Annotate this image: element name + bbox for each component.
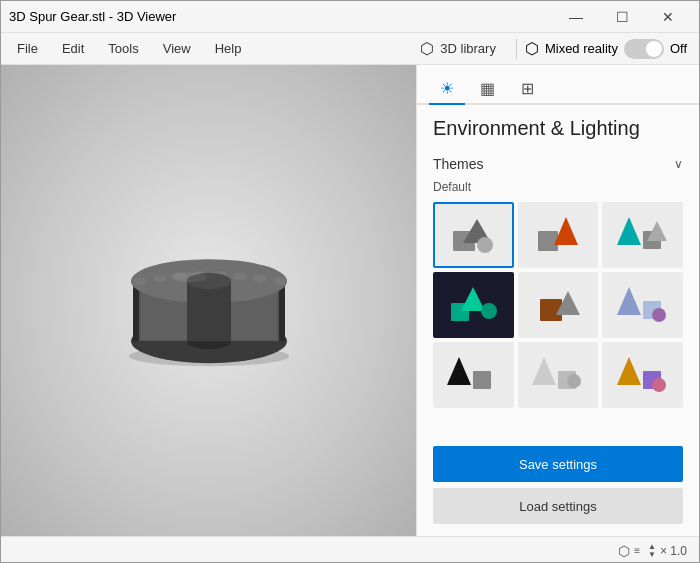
zoom-arrows[interactable]: ▲ ▼ (648, 543, 656, 559)
properties-icon: ▦ (480, 79, 495, 98)
minimize-button[interactable]: — (553, 1, 599, 33)
3d-viewport[interactable] (1, 65, 416, 536)
svg-point-25 (171, 272, 207, 282)
svg-rect-29 (538, 231, 558, 251)
grid-icon: ⊞ (521, 79, 534, 98)
theme-cell-2[interactable] (602, 202, 683, 268)
zoom-level: × 1.0 (660, 544, 687, 558)
theme-preview-7 (530, 351, 586, 399)
svg-point-20 (274, 277, 286, 285)
svg-point-49 (652, 378, 666, 392)
theme-preview-4 (530, 281, 586, 329)
titlebar: 3D Spur Gear.stl - 3D Viewer — ☐ ✕ (1, 1, 699, 33)
zoom-down-arrow[interactable]: ▼ (648, 551, 656, 559)
menu-help[interactable]: Help (203, 37, 254, 60)
theme-preview-3 (445, 281, 501, 329)
close-button[interactable]: ✕ (645, 1, 691, 33)
svg-point-28 (477, 237, 493, 253)
panel-content: Environment & Lighting Themes ∨ Default (417, 105, 699, 446)
statusbar: ⬡ ≡ ▲ ▼ × 1.0 (1, 536, 699, 563)
titlebar-controls: — ☐ ✕ (553, 1, 691, 33)
panel-title: Environment & Lighting (433, 117, 683, 140)
svg-point-18 (233, 272, 247, 280)
tab-grid[interactable]: ⊞ (509, 73, 545, 105)
theme-preview-8 (615, 351, 671, 399)
svg-point-46 (567, 374, 581, 388)
theme-cell-8[interactable] (602, 342, 683, 408)
theme-cell-6[interactable] (433, 342, 514, 408)
theme-cell-5[interactable] (602, 272, 683, 338)
menu-edit[interactable]: Edit (50, 37, 96, 60)
svg-point-36 (481, 303, 497, 319)
toggle-state-label: Off (670, 41, 687, 56)
theme-preview-5 (615, 281, 671, 329)
svg-point-41 (652, 308, 666, 322)
panel-buttons: Save settings Load settings (417, 446, 699, 536)
statusbar-zoom-controls[interactable]: ▲ ▼ × 1.0 (648, 543, 687, 559)
svg-marker-42 (447, 357, 471, 385)
sun-icon: ☀ (440, 79, 454, 98)
menu-tools[interactable]: Tools (96, 37, 150, 60)
panel-tabs: ☀ ▦ ⊞ (417, 65, 699, 105)
svg-rect-23 (187, 281, 231, 341)
statusbar-separator: ≡ (634, 545, 640, 556)
theme-preview-2 (615, 211, 671, 259)
svg-marker-47 (617, 357, 641, 385)
statusbar-model-icon: ⬡ ≡ (618, 543, 640, 559)
theme-cell-4[interactable] (518, 272, 599, 338)
right-panel: ☀ ▦ ⊞ Environment & Lighting Themes ∨ De… (416, 65, 699, 536)
svg-point-14 (153, 274, 167, 282)
themes-label: Themes (433, 156, 484, 172)
svg-marker-31 (617, 217, 641, 245)
themes-section-header: Themes ∨ (433, 156, 683, 172)
load-settings-button[interactable]: Load settings (433, 488, 683, 524)
titlebar-title: 3D Spur Gear.stl - 3D Viewer (9, 9, 176, 24)
maximize-button[interactable]: ☐ (599, 1, 645, 33)
cube-icon: ⬡ (420, 39, 434, 58)
svg-marker-44 (532, 357, 556, 385)
gear-model (99, 241, 319, 374)
3d-library-button[interactable]: ⬡ 3D library (408, 35, 508, 62)
tab-properties[interactable]: ▦ (469, 73, 505, 105)
theme-cell-1[interactable] (518, 202, 599, 268)
themes-chevron[interactable]: ∨ (674, 157, 683, 171)
default-label: Default (433, 180, 683, 194)
toggle-knob (646, 41, 662, 57)
theme-preview-1 (530, 211, 586, 259)
toolbar-right: ⬡ 3D library ⬡ Mixed reality Off (408, 35, 695, 62)
svg-rect-43 (473, 371, 491, 389)
svg-marker-39 (617, 287, 641, 315)
theme-preview-6 (445, 351, 501, 399)
mixed-reality-toggle-container: ⬡ Mixed reality Off (525, 39, 687, 59)
save-settings-button[interactable]: Save settings (433, 446, 683, 482)
svg-marker-35 (461, 287, 485, 311)
menu-view[interactable]: View (151, 37, 203, 60)
svg-point-19 (253, 274, 267, 282)
mixed-reality-label: Mixed reality (545, 41, 618, 56)
menubar: File Edit Tools View Help ⬡ 3D library ⬡… (1, 33, 699, 65)
theme-preview-0 (445, 211, 501, 259)
themes-grid (433, 202, 683, 408)
mixed-reality-icon: ⬡ (525, 39, 539, 58)
library-label: 3D library (440, 41, 496, 56)
menu-file[interactable]: File (5, 37, 50, 60)
mixed-reality-toggle[interactable] (624, 39, 664, 59)
theme-cell-3[interactable] (433, 272, 514, 338)
model-icon: ⬡ (618, 543, 630, 559)
theme-cell-0[interactable] (433, 202, 514, 268)
tab-lighting[interactable]: ☀ (429, 73, 465, 105)
svg-marker-30 (554, 217, 578, 245)
toolbar-divider (516, 39, 517, 59)
theme-cell-7[interactable] (518, 342, 599, 408)
gear-svg (99, 241, 319, 371)
svg-point-13 (133, 277, 147, 285)
main-area: ☀ ▦ ⊞ Environment & Lighting Themes ∨ De… (1, 65, 699, 536)
